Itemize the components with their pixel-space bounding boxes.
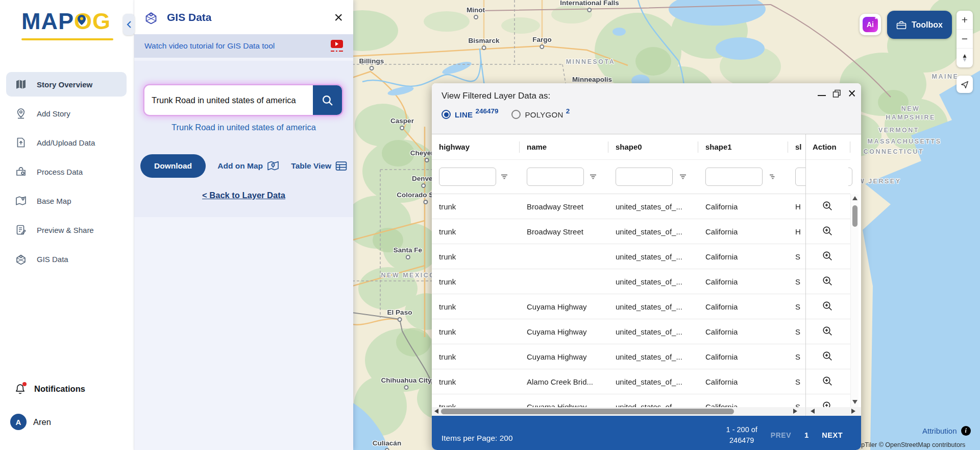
locate-button[interactable]	[957, 76, 973, 93]
info-icon[interactable]: i	[961, 426, 971, 436]
zoom-in-magnifier-icon	[822, 325, 833, 337]
search-button[interactable]	[313, 85, 342, 115]
ai-icon: Ai	[863, 17, 878, 32]
table-row: trunkCuyama Highwayunited_states_of_...C…	[432, 294, 850, 319]
zoom-to-feature-button[interactable]	[821, 374, 834, 389]
polygon-radio[interactable]	[511, 110, 521, 119]
modal-title: View Filtered Layer Data as:	[442, 91, 550, 101]
zoom-to-feature-button[interactable]	[821, 324, 834, 339]
sidebar-item-process-data[interactable]: Process Data	[6, 159, 127, 184]
preview-share-icon	[15, 224, 27, 235]
notifications-button[interactable]: Notifications	[14, 383, 85, 395]
logo-map-text: MAP	[21, 8, 74, 35]
scroll-up-arrow[interactable]	[852, 196, 857, 200]
user-name: Aren	[33, 417, 51, 427]
back-to-layer-data: < Back to Layer Data	[134, 191, 353, 200]
search-input[interactable]	[144, 85, 313, 115]
current-page[interactable]: 1	[804, 431, 808, 439]
zoom-to-feature-button[interactable]	[821, 349, 834, 364]
city-dot	[481, 45, 486, 50]
scroll-right-arrow[interactable]	[851, 409, 855, 414]
toolbox-button[interactable]: Toolbox	[887, 11, 952, 39]
map-state-label: NEW HAMPSHIRE	[880, 105, 941, 122]
filter-input-shape0[interactable]	[616, 168, 673, 186]
sidebar-item-gis-data[interactable]: GIS Data	[6, 247, 127, 271]
filter-icon[interactable]	[769, 173, 777, 181]
scroll-right-arrow[interactable]	[793, 409, 797, 414]
panel-close-icon[interactable]: ×	[334, 10, 343, 25]
filter-input-highway[interactable]	[439, 168, 496, 186]
zoom-in-button[interactable]: +	[957, 11, 973, 30]
scroll-left-arrow[interactable]	[811, 409, 815, 414]
filter-icon[interactable]	[679, 173, 687, 181]
sidebar-item-story-overview[interactable]: Story Overview	[6, 72, 127, 97]
sidebar-item-base-map[interactable]: Base Map	[6, 188, 127, 213]
search-suggestion[interactable]: Trunk Road in united states of america	[134, 123, 353, 132]
video-tutorial-banner[interactable]: Watch video tutorial for GIS Data tool	[134, 34, 353, 58]
search-bar	[144, 85, 342, 115]
zoom-to-feature-button[interactable]	[821, 299, 834, 314]
table-view-icon	[335, 161, 347, 171]
sidebar-item-add-story[interactable]: Add Story	[6, 101, 127, 126]
column-header-name[interactable]: name	[520, 134, 608, 159]
logo-pin-icon	[78, 15, 86, 25]
toolbox-icon	[896, 20, 906, 30]
zoom-out-button[interactable]: −	[957, 30, 973, 49]
column-header-highway[interactable]: highway	[432, 134, 520, 159]
scroll-down-arrow[interactable]	[852, 400, 857, 404]
table-row: trunkBroadway Streetunited_states_of_...…	[432, 219, 850, 244]
notification-badge	[22, 382, 27, 386]
filter-input-name[interactable]	[527, 168, 584, 186]
map-state-label: CONNECTICUT	[864, 148, 924, 155]
minimize-icon[interactable]	[818, 95, 826, 96]
map-city-label: Minot	[467, 6, 485, 19]
zoom-to-feature-button[interactable]	[821, 224, 834, 239]
scroll-left-arrow[interactable]	[434, 409, 438, 414]
table-view-button[interactable]: Table View	[291, 161, 347, 171]
column-header-shape0[interactable]: shape0	[608, 134, 698, 159]
map-city-label: Billings	[359, 57, 384, 70]
zoom-to-feature-button[interactable]	[821, 399, 834, 408]
zoom-to-feature-button[interactable]	[821, 199, 834, 214]
zoom-to-feature-button[interactable]	[821, 249, 834, 264]
panel-collapse-button[interactable]	[123, 14, 135, 35]
compass-button[interactable]	[957, 49, 973, 67]
attribution-link[interactable]: Attribution	[922, 427, 957, 435]
ai-assistant-button[interactable]: Ai	[860, 14, 881, 35]
column-header-shape1[interactable]: shape1	[698, 134, 788, 159]
next-page-button[interactable]: NEXT	[822, 431, 843, 439]
youtube-icon	[331, 40, 343, 52]
sidebar-item-preview-share[interactable]: Preview & Share	[6, 218, 127, 242]
filter-icon[interactable]	[589, 173, 597, 181]
prev-page-button[interactable]: PREV	[771, 431, 791, 439]
close-icon[interactable]: ×	[848, 88, 856, 99]
table-row: trunkCuyama Highwayunited_states_of_...C…	[432, 319, 850, 344]
add-on-map-button[interactable]: Add on Map	[217, 160, 279, 172]
filter-icon[interactable]	[500, 173, 508, 181]
zoom-in-magnifier-icon	[822, 300, 833, 312]
restore-icon[interactable]	[832, 89, 841, 98]
items-per-page[interactable]: Items per Page: 200	[442, 434, 513, 443]
zoom-to-feature-button[interactable]	[821, 274, 834, 289]
download-button[interactable]: Download	[140, 154, 206, 178]
line-radio[interactable]	[442, 110, 451, 119]
search-icon	[321, 94, 334, 107]
app-root: Minot International Falls Bismarck Fargo…	[0, 0, 980, 450]
locate-arrow-icon	[960, 80, 969, 89]
process-data-icon	[15, 166, 27, 177]
gis-data-icon	[15, 253, 27, 265]
add-story-icon	[15, 108, 27, 119]
filter-input-shape1[interactable]	[705, 168, 763, 186]
table-row: trunkAlamo Creek Brid...united_states_of…	[432, 369, 850, 394]
map-state-label: VERMONT	[878, 127, 919, 134]
user-menu[interactable]: A Aren	[10, 414, 51, 430]
sidebar-item-add-upload-data[interactable]: Add/Upload Data	[6, 130, 127, 155]
table-body: trunkBroadway Streetunited_states_of_...…	[432, 194, 850, 407]
zoom-in-magnifier-icon	[822, 275, 833, 287]
avatar: A	[10, 414, 27, 430]
table-row: trunkCuyama Highwayunited_states_of_...C…	[432, 344, 850, 369]
horizontal-scroll-thumb[interactable]	[441, 409, 734, 414]
vertical-scroll-thumb[interactable]	[852, 205, 857, 227]
gis-data-icon	[144, 11, 158, 24]
map-state-label: MINNESOTA	[566, 58, 616, 65]
